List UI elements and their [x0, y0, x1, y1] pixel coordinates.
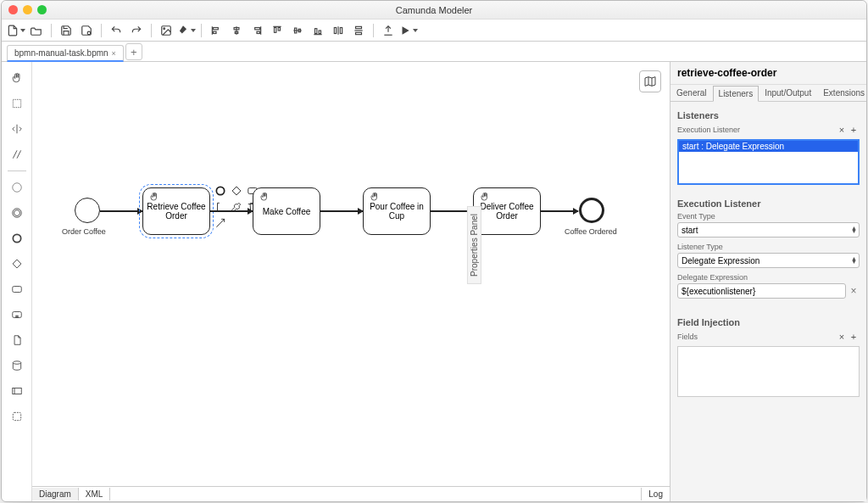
- redo-button[interactable]: [127, 22, 146, 39]
- event-type-select[interactable]: start ▲▼: [677, 222, 860, 238]
- svg-rect-42: [12, 388, 21, 394]
- distribute-h-icon: [332, 25, 344, 36]
- body: Order Coffee Retrieve Coffee Order: [2, 62, 866, 501]
- image-icon: [160, 25, 172, 36]
- append-end-event-button[interactable]: [214, 184, 227, 198]
- align-bottom-button[interactable]: [309, 22, 327, 39]
- clear-input-button[interactable]: ×: [848, 285, 860, 297]
- svg-rect-20: [319, 31, 320, 34]
- align-center-h-button[interactable]: [227, 22, 246, 39]
- distribute-v-icon: [353, 25, 364, 36]
- add-field-button[interactable]: +: [848, 331, 860, 343]
- subprocess-button[interactable]: [8, 305, 26, 324]
- execution-listener-list[interactable]: start : Delegate Expression: [677, 139, 860, 185]
- sequence-flow[interactable]: [541, 210, 578, 212]
- event-type-label: Event Type: [677, 212, 860, 221]
- properties-tab-general[interactable]: General: [670, 85, 713, 101]
- sequence-flow[interactable]: [210, 210, 253, 212]
- listener-type-select[interactable]: Delegate Expression ▲▼: [677, 253, 860, 268]
- color-picker-button[interactable]: [177, 22, 196, 39]
- play-icon: [399, 25, 411, 36]
- lasso-tool-button[interactable]: [8, 94, 26, 113]
- footer-tab-xml[interactable]: XML: [79, 488, 111, 500]
- footer-log-button[interactable]: Log: [641, 488, 670, 500]
- close-tab-icon[interactable]: ×: [112, 49, 116, 58]
- task-node-deliver[interactable]: Deliver Coffee Order: [473, 187, 541, 235]
- undo-button[interactable]: [107, 22, 125, 39]
- remove-listener-button[interactable]: ×: [836, 124, 848, 136]
- distribute-v-button[interactable]: [349, 22, 368, 39]
- properties-tab-listeners[interactable]: Listeners: [713, 86, 760, 102]
- data-object-button[interactable]: [8, 331, 26, 349]
- upload-icon: [382, 25, 394, 36]
- connect-button[interactable]: [214, 216, 227, 230]
- add-listener-button[interactable]: +: [848, 124, 860, 136]
- export-image-button[interactable]: [157, 22, 175, 39]
- diagram-canvas[interactable]: Order Coffee Retrieve Coffee Order: [32, 62, 670, 486]
- change-type-button[interactable]: [230, 200, 243, 214]
- group-button[interactable]: [8, 407, 26, 426]
- data-store-button[interactable]: [8, 356, 26, 375]
- annotation-button[interactable]: [214, 200, 227, 214]
- start-event-node[interactable]: [75, 198, 100, 223]
- deploy-button[interactable]: [379, 22, 398, 39]
- properties-panel-toggle[interactable]: Properties Panel: [467, 206, 481, 284]
- minimize-window-button[interactable]: [23, 5, 32, 14]
- gateway-button[interactable]: [8, 254, 26, 273]
- select-arrows-icon: ▲▼: [851, 257, 857, 264]
- footer-tab-diagram[interactable]: Diagram: [32, 488, 79, 500]
- participant-button[interactable]: [8, 382, 26, 400]
- sequence-flow[interactable]: [100, 210, 142, 212]
- svg-rect-22: [340, 27, 342, 33]
- database-icon: [11, 360, 23, 372]
- delegate-expression-input[interactable]: [677, 283, 846, 299]
- sequence-flow[interactable]: [320, 210, 363, 212]
- distribute-h-button[interactable]: [329, 22, 348, 39]
- save-as-button[interactable]: [77, 22, 96, 39]
- properties-tab-extensions[interactable]: Extensions: [817, 85, 868, 101]
- maximize-window-button[interactable]: [37, 5, 47, 14]
- save-icon: [60, 25, 72, 36]
- save-button[interactable]: [57, 22, 75, 39]
- align-left-button[interactable]: [207, 22, 225, 39]
- run-button[interactable]: [399, 22, 418, 39]
- svg-line-51: [216, 219, 224, 226]
- minimap-toggle-button[interactable]: [639, 70, 661, 92]
- listener-item[interactable]: start : Delegate Expression: [679, 141, 858, 152]
- folder-open-icon: [31, 25, 42, 36]
- new-tab-button[interactable]: +: [125, 43, 142, 60]
- end-event-node[interactable]: [579, 198, 604, 223]
- align-top-icon: [271, 25, 283, 36]
- close-window-button[interactable]: [8, 5, 18, 14]
- task-node-pour[interactable]: Pour Coffee in Cup: [363, 187, 431, 235]
- connect-tool-button[interactable]: [8, 145, 26, 164]
- align-bottom-icon: [312, 25, 324, 36]
- align-left-icon: [210, 25, 222, 36]
- fields-list[interactable]: [677, 346, 860, 397]
- open-file-button[interactable]: [27, 22, 46, 39]
- append-gateway-button[interactable]: [230, 184, 243, 198]
- task-button[interactable]: [8, 280, 26, 299]
- svg-rect-11: [257, 31, 260, 33]
- svg-rect-25: [356, 32, 362, 34]
- task-node-make[interactable]: Make Coffee: [253, 187, 320, 235]
- group-icon: [11, 411, 23, 422]
- start-event-button[interactable]: [8, 178, 26, 197]
- align-center-v-button[interactable]: [288, 22, 307, 39]
- space-tool-button[interactable]: [8, 120, 26, 138]
- hand-icon: [11, 72, 23, 84]
- app-window: Camunda Modeler: [1, 0, 867, 502]
- remove-field-button[interactable]: ×: [836, 331, 848, 343]
- hand-tool-button[interactable]: [8, 69, 26, 87]
- properties-tab-io[interactable]: Input/Output: [759, 85, 817, 101]
- align-top-button[interactable]: [268, 22, 287, 39]
- align-right-button[interactable]: [248, 22, 266, 39]
- task-node-retrieve[interactable]: Retrieve Coffee Order: [142, 187, 210, 235]
- fields-label: Fields: [677, 333, 836, 341]
- properties-tabs: General Listeners Input/Output Extension…: [670, 85, 866, 102]
- app-title: Camunda Modeler: [396, 5, 473, 15]
- intermediate-event-button[interactable]: [8, 204, 26, 222]
- end-event-button[interactable]: [8, 229, 26, 248]
- new-file-button[interactable]: [7, 22, 25, 39]
- file-tab[interactable]: bpmn-manual-task.bpmn ×: [7, 45, 124, 62]
